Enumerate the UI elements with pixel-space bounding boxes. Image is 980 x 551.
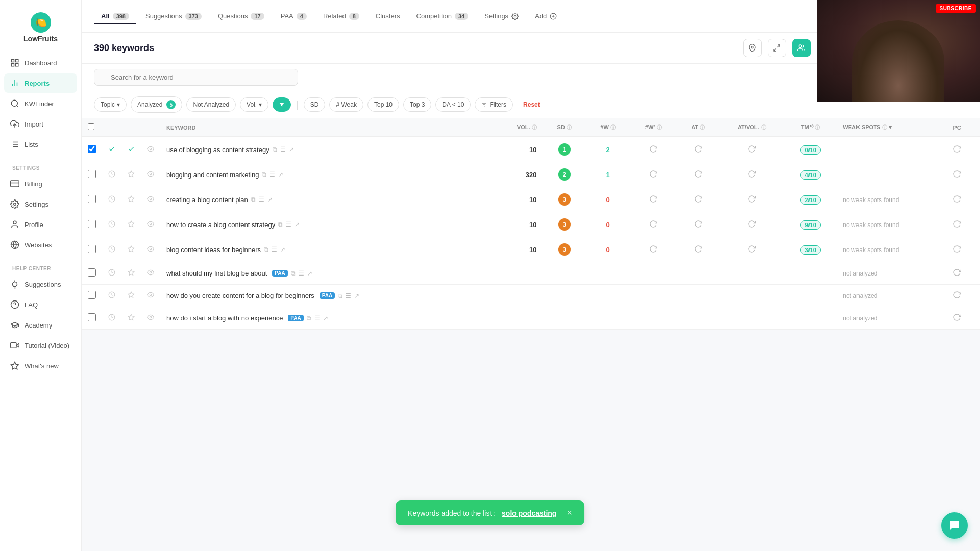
row-star-icon[interactable] [121,137,141,162]
tab-paa[interactable]: PAA 4 [274,8,314,24]
subscribe-badge[interactable]: SUBSCRIBE [936,4,976,13]
external-link-icon[interactable]: ↗ [354,292,359,299]
row-star-icon[interactable] [121,237,141,262]
sidebar-item-settings[interactable]: Settings [4,194,77,214]
filter-reset[interactable]: Reset [517,98,546,111]
filter-weak[interactable]: # Weak [329,97,363,112]
refresh-icon[interactable] [649,220,657,228]
atvol-refresh-icon[interactable] [748,195,756,203]
filter-sd[interactable]: SD [304,97,326,112]
row-checkbox[interactable] [88,291,96,299]
copy-icon[interactable]: ⧉ [264,246,268,253]
row-checkbox[interactable] [88,145,96,153]
copy-icon[interactable]: ⧉ [262,171,266,178]
row-star-icon[interactable] [121,262,141,285]
list-icon-kw[interactable]: ☰ [259,196,264,203]
row-history-icon[interactable] [102,307,121,330]
external-link-icon[interactable]: ↗ [323,315,328,322]
row-eye-icon[interactable] [141,285,160,307]
sidebar-item-billing[interactable]: Billing [4,174,77,193]
row-checkbox[interactable] [88,268,96,277]
search-input[interactable] [94,69,298,86]
row-eye-icon[interactable] [141,307,160,330]
external-link-icon[interactable]: ↗ [295,221,300,228]
filter-top10[interactable]: Top 10 [368,97,399,112]
filter-funnel[interactable] [273,97,291,112]
sidebar-item-faq[interactable]: FAQ [4,295,77,314]
sidebar-item-reports[interactable]: Reports [4,73,77,93]
filter-topic[interactable]: Topic ▾ [94,97,127,112]
tab-related[interactable]: Related 8 [316,8,366,24]
expand-icon-btn[interactable] [768,39,786,57]
tab-all[interactable]: All 398 [94,8,136,24]
row-checkbox[interactable] [88,195,96,203]
list-icon-kw[interactable]: ☰ [346,292,351,299]
copy-icon[interactable]: ⧉ [307,315,311,322]
copy-icon[interactable]: ⧉ [251,196,256,203]
row-history-icon[interactable] [102,285,121,307]
sidebar-item-import[interactable]: Import [4,114,77,134]
list-icon-kw[interactable]: ☰ [314,315,320,322]
filter-vol[interactable]: Vol. ▾ [240,97,268,112]
external-link-icon[interactable]: ↗ [267,196,273,203]
row-eye-icon[interactable] [141,137,160,162]
sidebar-item-profile[interactable]: Profile [4,215,77,234]
list-icon-kw[interactable]: ☰ [299,270,304,277]
tab-add[interactable]: Add [528,8,564,24]
tab-questions[interactable]: Questions 17 [211,8,272,24]
external-link-icon[interactable]: ↗ [280,246,285,253]
external-link-icon[interactable]: ↗ [289,146,294,153]
filter-not-analyzed[interactable]: Not Analyzed [186,97,236,112]
copy-icon[interactable]: ⧉ [273,146,277,153]
sidebar-item-dashboard[interactable]: Dashboard [4,53,77,72]
pc-refresh-icon[interactable] [953,220,961,228]
filter-top3[interactable]: Top 3 [403,97,431,112]
list-icon-kw[interactable]: ☰ [270,171,275,178]
pc-refresh-icon[interactable] [953,170,961,178]
row-star-icon[interactable] [121,285,141,307]
pc-refresh-icon[interactable] [953,313,961,321]
row-checkbox[interactable] [88,170,96,178]
select-all-checkbox[interactable] [88,123,94,130]
pc-refresh-icon[interactable] [953,291,961,299]
atvol-refresh-icon[interactable] [748,145,756,153]
atvol-refresh-icon[interactable] [748,220,756,228]
row-eye-icon[interactable] [141,187,160,212]
sidebar-item-websites[interactable]: Websites [4,235,77,255]
refresh-icon[interactable] [649,170,657,178]
external-link-icon[interactable]: ↗ [307,270,312,277]
toast-link[interactable]: solo podcasting [502,509,556,517]
row-history-icon[interactable] [102,237,121,262]
refresh-icon[interactable] [649,245,657,253]
list-icon-kw[interactable]: ☰ [280,146,286,153]
copy-icon[interactable]: ⧉ [278,221,283,228]
external-link-icon[interactable]: ↗ [278,171,283,178]
row-eye-icon[interactable] [141,237,160,262]
filter-da[interactable]: DA < 10 [435,97,471,112]
row-eye-icon[interactable] [141,212,160,237]
row-history-icon[interactable] [102,162,121,187]
location-icon-btn[interactable] [743,39,762,57]
pc-refresh-icon[interactable] [953,268,961,277]
at-refresh-icon[interactable] [694,245,702,253]
pc-refresh-icon[interactable] [953,245,961,253]
row-checkbox[interactable] [88,313,96,321]
atvol-refresh-icon[interactable] [748,245,756,253]
sidebar-item-academy[interactable]: Academy [4,315,77,335]
copy-icon[interactable]: ⧉ [291,270,296,277]
row-star-icon[interactable] [121,212,141,237]
copy-icon[interactable]: ⧉ [338,292,342,299]
at-refresh-icon[interactable] [694,145,702,153]
row-history-icon[interactable] [102,137,121,162]
row-star-icon[interactable] [121,307,141,330]
toast-close[interactable]: × [567,508,572,518]
at-refresh-icon[interactable] [694,220,702,228]
refresh-icon[interactable] [649,195,657,203]
at-refresh-icon[interactable] [694,195,702,203]
sidebar-item-tutorial[interactable]: Tutorial (Video) [4,336,77,355]
refresh-icon[interactable] [649,145,657,153]
user-filter-btn[interactable] [792,39,811,57]
at-refresh-icon[interactable] [694,170,702,178]
sidebar-item-lists[interactable]: Lists [4,135,77,154]
filter-analyzed[interactable]: Analyzed 5 [131,96,182,113]
